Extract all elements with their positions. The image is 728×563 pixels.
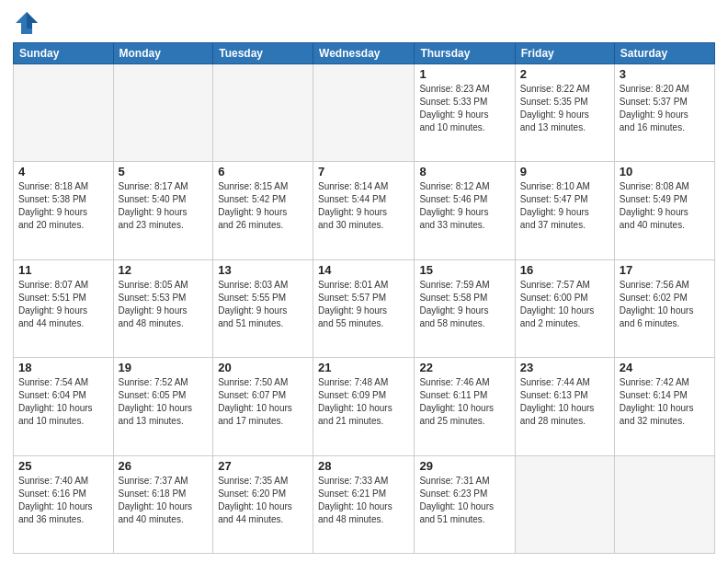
day-info: Sunrise: 7:44 AM Sunset: 6:13 PM Dayligh… [520, 376, 609, 428]
svg-marker-1 [27, 12, 38, 29]
calendar-cell: 28Sunrise: 7:33 AM Sunset: 6:21 PM Dayli… [313, 455, 415, 553]
day-number: 20 [218, 361, 308, 374]
calendar-cell: 9Sunrise: 8:10 AM Sunset: 5:47 PM Daylig… [515, 162, 614, 259]
calendar-cell: 11Sunrise: 8:07 AM Sunset: 5:51 PM Dayli… [14, 259, 114, 357]
day-number: 13 [218, 263, 308, 277]
weekday-header-sunday: Sunday [14, 43, 114, 64]
day-number: 19 [119, 361, 209, 374]
header [13, 9, 715, 37]
calendar-cell [213, 64, 313, 162]
day-number: 15 [419, 263, 509, 277]
day-info: Sunrise: 8:22 AM Sunset: 5:35 PM Dayligh… [520, 83, 609, 134]
calendar-cell: 27Sunrise: 7:35 AM Sunset: 6:20 PM Dayli… [213, 455, 313, 553]
weekday-header-row: SundayMondayTuesdayWednesdayThursdayFrid… [14, 43, 715, 64]
day-number: 3 [620, 67, 710, 81]
week-row-4: 18Sunrise: 7:54 AM Sunset: 6:04 PM Dayli… [14, 358, 715, 455]
day-info: Sunrise: 7:46 AM Sunset: 6:11 PM Dayligh… [419, 376, 509, 428]
day-number: 18 [18, 361, 108, 374]
day-info: Sunrise: 8:18 AM Sunset: 5:38 PM Dayligh… [18, 180, 108, 232]
day-number: 27 [218, 459, 308, 473]
calendar-cell: 18Sunrise: 7:54 AM Sunset: 6:04 PM Dayli… [14, 358, 114, 455]
day-info: Sunrise: 7:57 AM Sunset: 6:00 PM Dayligh… [520, 279, 609, 330]
day-number: 16 [520, 263, 609, 277]
day-info: Sunrise: 7:52 AM Sunset: 6:05 PM Dayligh… [119, 376, 209, 428]
calendar-cell [113, 64, 213, 162]
day-number: 24 [620, 361, 710, 374]
day-info: Sunrise: 8:17 AM Sunset: 5:40 PM Dayligh… [119, 180, 209, 232]
day-number: 22 [419, 361, 509, 374]
day-info: Sunrise: 7:37 AM Sunset: 6:18 PM Dayligh… [119, 475, 209, 526]
day-number: 8 [419, 165, 509, 178]
day-info: Sunrise: 8:01 AM Sunset: 5:57 PM Dayligh… [318, 279, 409, 330]
day-info: Sunrise: 7:59 AM Sunset: 5:58 PM Dayligh… [419, 279, 509, 330]
day-number: 14 [318, 263, 409, 277]
calendar-cell: 8Sunrise: 8:12 AM Sunset: 5:46 PM Daylig… [415, 162, 515, 259]
day-number: 29 [419, 459, 509, 473]
day-info: Sunrise: 7:50 AM Sunset: 6:07 PM Dayligh… [218, 376, 308, 428]
day-info: Sunrise: 8:20 AM Sunset: 5:37 PM Dayligh… [620, 83, 710, 134]
calendar-cell [14, 64, 114, 162]
day-info: Sunrise: 8:12 AM Sunset: 5:46 PM Dayligh… [419, 180, 509, 232]
calendar-cell: 4Sunrise: 8:18 AM Sunset: 5:38 PM Daylig… [14, 162, 114, 259]
day-number: 28 [318, 459, 409, 473]
day-number: 26 [119, 459, 209, 473]
calendar-cell: 17Sunrise: 7:56 AM Sunset: 6:02 PM Dayli… [614, 259, 714, 357]
day-info: Sunrise: 8:03 AM Sunset: 5:55 PM Dayligh… [218, 279, 308, 330]
calendar-cell [313, 64, 415, 162]
weekday-header-friday: Friday [515, 43, 614, 64]
day-info: Sunrise: 8:15 AM Sunset: 5:42 PM Dayligh… [218, 180, 308, 232]
day-info: Sunrise: 8:14 AM Sunset: 5:44 PM Dayligh… [318, 180, 409, 232]
weekday-header-saturday: Saturday [614, 43, 714, 64]
calendar-cell: 16Sunrise: 7:57 AM Sunset: 6:00 PM Dayli… [515, 259, 614, 357]
day-number: 23 [520, 361, 609, 374]
day-info: Sunrise: 8:10 AM Sunset: 5:47 PM Dayligh… [520, 180, 609, 232]
calendar-cell: 25Sunrise: 7:40 AM Sunset: 6:16 PM Dayli… [14, 455, 114, 553]
calendar-cell [515, 455, 614, 553]
calendar-cell: 14Sunrise: 8:01 AM Sunset: 5:57 PM Dayli… [313, 259, 415, 357]
calendar-cell: 26Sunrise: 7:37 AM Sunset: 6:18 PM Dayli… [113, 455, 213, 553]
calendar-cell: 10Sunrise: 8:08 AM Sunset: 5:49 PM Dayli… [614, 162, 714, 259]
calendar-cell [614, 455, 714, 553]
day-info: Sunrise: 8:23 AM Sunset: 5:33 PM Dayligh… [419, 83, 509, 134]
logo-icon [13, 9, 40, 37]
calendar-cell: 24Sunrise: 7:42 AM Sunset: 6:14 PM Dayli… [614, 358, 714, 455]
week-row-3: 11Sunrise: 8:07 AM Sunset: 5:51 PM Dayli… [14, 259, 715, 357]
calendar-cell: 23Sunrise: 7:44 AM Sunset: 6:13 PM Dayli… [515, 358, 614, 455]
calendar-cell: 6Sunrise: 8:15 AM Sunset: 5:42 PM Daylig… [213, 162, 313, 259]
calendar-cell: 5Sunrise: 8:17 AM Sunset: 5:40 PM Daylig… [113, 162, 213, 259]
calendar-cell: 19Sunrise: 7:52 AM Sunset: 6:05 PM Dayli… [113, 358, 213, 455]
day-info: Sunrise: 8:05 AM Sunset: 5:53 PM Dayligh… [119, 279, 209, 330]
day-info: Sunrise: 7:42 AM Sunset: 6:14 PM Dayligh… [620, 376, 710, 428]
day-info: Sunrise: 7:54 AM Sunset: 6:04 PM Dayligh… [18, 376, 108, 428]
day-number: 17 [620, 263, 710, 277]
day-number: 11 [18, 263, 108, 277]
calendar-cell: 2Sunrise: 8:22 AM Sunset: 5:35 PM Daylig… [515, 64, 614, 162]
day-number: 2 [520, 67, 609, 81]
calendar-cell: 15Sunrise: 7:59 AM Sunset: 5:58 PM Dayli… [415, 259, 515, 357]
calendar-cell: 29Sunrise: 7:31 AM Sunset: 6:23 PM Dayli… [415, 455, 515, 553]
day-number: 7 [318, 165, 409, 178]
day-info: Sunrise: 8:08 AM Sunset: 5:49 PM Dayligh… [620, 180, 710, 232]
calendar-cell: 13Sunrise: 8:03 AM Sunset: 5:55 PM Dayli… [213, 259, 313, 357]
calendar-cell: 3Sunrise: 8:20 AM Sunset: 5:37 PM Daylig… [614, 64, 714, 162]
week-row-1: 1Sunrise: 8:23 AM Sunset: 5:33 PM Daylig… [14, 64, 715, 162]
day-info: Sunrise: 7:31 AM Sunset: 6:23 PM Dayligh… [419, 475, 509, 526]
day-info: Sunrise: 7:33 AM Sunset: 6:21 PM Dayligh… [318, 475, 409, 526]
calendar: SundayMondayTuesdayWednesdayThursdayFrid… [13, 42, 715, 554]
page: SundayMondayTuesdayWednesdayThursdayFrid… [0, 0, 728, 563]
day-info: Sunrise: 7:40 AM Sunset: 6:16 PM Dayligh… [18, 475, 108, 526]
calendar-cell: 12Sunrise: 8:05 AM Sunset: 5:53 PM Dayli… [113, 259, 213, 357]
day-number: 21 [318, 361, 409, 374]
day-number: 25 [18, 459, 108, 473]
weekday-header-tuesday: Tuesday [213, 43, 313, 64]
day-info: Sunrise: 7:48 AM Sunset: 6:09 PM Dayligh… [318, 376, 409, 428]
day-info: Sunrise: 8:07 AM Sunset: 5:51 PM Dayligh… [18, 279, 108, 330]
day-number: 6 [218, 165, 308, 178]
day-number: 4 [18, 165, 108, 178]
calendar-cell: 20Sunrise: 7:50 AM Sunset: 6:07 PM Dayli… [213, 358, 313, 455]
calendar-cell: 21Sunrise: 7:48 AM Sunset: 6:09 PM Dayli… [313, 358, 415, 455]
day-info: Sunrise: 7:35 AM Sunset: 6:20 PM Dayligh… [218, 475, 308, 526]
calendar-cell: 7Sunrise: 8:14 AM Sunset: 5:44 PM Daylig… [313, 162, 415, 259]
week-row-5: 25Sunrise: 7:40 AM Sunset: 6:16 PM Dayli… [14, 455, 715, 553]
day-number: 5 [119, 165, 209, 178]
